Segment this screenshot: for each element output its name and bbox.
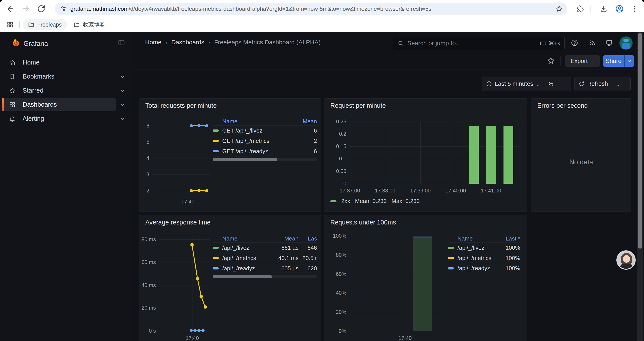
search-input[interactable]	[407, 40, 540, 47]
share-menu-button[interactable]	[624, 55, 634, 67]
reload-button[interactable]	[37, 5, 46, 13]
legend-series-name[interactable]: /api/_/readyz	[222, 265, 266, 272]
breadcrumb-dashboards[interactable]: Dashboards	[171, 39, 204, 46]
chevron-down-icon[interactable]	[120, 74, 125, 80]
scrollbar-thumb[interactable]	[212, 158, 277, 161]
scrollbar-thumb[interactable]	[212, 275, 272, 278]
help-icon[interactable]	[571, 39, 578, 47]
chevron-down-icon[interactable]	[120, 88, 125, 94]
extensions-button[interactable]	[576, 5, 584, 13]
legend-series-name[interactable]: 2xx	[341, 198, 350, 204]
export-button[interactable]: Export	[565, 55, 600, 67]
zoom-out-button[interactable]	[544, 77, 558, 91]
y-tick: 20%	[326, 309, 346, 315]
url-path: /d/deytv4rwavabkb/freeleaps-metrics-dash…	[129, 6, 432, 12]
legend-series-name[interactable]: /api/_/metrics	[458, 255, 496, 261]
legend-row[interactable]: /api/_/livez 100%	[448, 242, 520, 253]
sidebar-item-bookmarks[interactable]: Bookmarks	[0, 70, 131, 84]
legend-row[interactable]: /api/_/readyz 100%	[448, 263, 520, 273]
legend-header-last[interactable]: Las	[298, 235, 317, 242]
apps-grid-icon[interactable]	[6, 21, 14, 28]
panel-title[interactable]: Request per minute	[330, 102, 386, 109]
share-button[interactable]: Share	[603, 55, 624, 67]
news-rss-icon[interactable]	[589, 39, 596, 47]
legend-row[interactable]: /api/_/readyz 605 µs 620	[212, 263, 317, 273]
legend-series-name[interactable]: /api/_/livez	[458, 244, 496, 251]
refresh-button[interactable]: Refresh	[574, 77, 612, 91]
legend-row[interactable]: /api/_/livez 661 µs 646	[212, 242, 317, 253]
site-settings-icon[interactable]	[60, 6, 66, 12]
kiosk-monitor-icon[interactable]	[606, 39, 613, 47]
grafana-logo-icon[interactable]	[11, 38, 20, 48]
time-range-picker[interactable]: Last 5 minutes	[482, 77, 544, 91]
breadcrumb-current: Freeleaps Metrics Dashboard (ALPHA)	[214, 39, 321, 46]
legend-row[interactable]: GET /api/_/livez 6	[212, 125, 317, 136]
series-swatch-green	[448, 247, 454, 249]
bar-2xx	[486, 126, 496, 184]
legend-hscrollbar[interactable]	[212, 275, 317, 278]
sidebar-item-dashboards[interactable]: Dashboards	[0, 98, 131, 112]
breadcrumb-home[interactable]: Home	[145, 39, 162, 46]
sidebar-item-home[interactable]: Home	[0, 56, 131, 70]
active-item-accent	[2, 98, 4, 111]
person-circle-icon	[615, 5, 624, 13]
bookmark-star-button[interactable]	[556, 5, 563, 13]
legend-hscrollbar[interactable]	[212, 158, 317, 161]
legend-inline[interactable]: 2xx Mean: 0.233 Max: 0.233	[330, 198, 420, 204]
legend-series-name[interactable]: /api/_/metrics	[222, 255, 266, 261]
legend-series-name[interactable]: /api/_/readyz	[458, 265, 496, 272]
toolbar-divider-line	[131, 70, 644, 70]
bookmark-folder-blogs[interactable]: 收藏博客	[68, 19, 110, 30]
legend-header: Name Last *	[448, 235, 520, 242]
refresh-control: Refresh	[574, 77, 631, 91]
legend-series-name[interactable]: GET /api/_/readyz	[222, 148, 295, 155]
shortcut-label: ⌘+k	[549, 40, 560, 46]
user-avatar[interactable]	[620, 37, 632, 50]
x-tick: 17:39:00	[404, 187, 437, 194]
back-button[interactable]	[6, 5, 15, 13]
downloads-button[interactable]	[600, 5, 608, 13]
refresh-interval-button[interactable]	[612, 77, 624, 91]
chevron-down-icon[interactable]	[120, 102, 125, 108]
sidebar-toggle-icon[interactable]	[118, 39, 125, 46]
grafana-header: Home › Dashboards › Freeleaps Metrics Da…	[131, 32, 644, 53]
sidebar-item-starred[interactable]: Starred	[0, 84, 131, 98]
bookmark-folder-freeleaps[interactable]: Freeleaps	[23, 19, 67, 30]
browser-menu-button[interactable]	[631, 5, 639, 13]
y-tick: 0%	[326, 328, 346, 334]
legend-row[interactable]: /api/_/metrics 100%	[448, 253, 520, 263]
url-bar[interactable]: grafana.mathmast.com/d/deytv4rwavabkb/fr…	[54, 3, 567, 15]
legend-header-name[interactable]: Name	[222, 235, 266, 242]
legend-header-mean[interactable]: Mean	[295, 118, 317, 125]
reload-icon	[37, 5, 46, 13]
sidebar-item-alerting[interactable]: Alerting	[0, 112, 131, 126]
sidebar-item-label: Bookmarks	[22, 73, 54, 80]
screen: grafana.mathmast.com/d/deytv4rwavabkb/fr…	[0, 0, 644, 341]
legend-row[interactable]: GET /api/_/metrics 2	[212, 136, 317, 146]
bookmark-label: 收藏博客	[83, 21, 105, 28]
legend-series-name[interactable]: GET /api/_/metrics	[222, 138, 295, 144]
legend-header-name[interactable]: Name	[222, 118, 295, 125]
legend-row[interactable]: /api/_/metrics 40.1 ms 20.5 r	[212, 253, 317, 263]
page-scrollbar-thumb[interactable]	[638, 33, 642, 249]
legend-series-name[interactable]: /api/_/livez	[222, 244, 266, 251]
floating-assistant-avatar[interactable]	[616, 250, 636, 270]
search-bar[interactable]: ⌘+k	[393, 36, 565, 50]
chevron-down-icon[interactable]	[120, 116, 125, 122]
legend-row[interactable]: GET /api/_/readyz 6	[212, 146, 317, 156]
legend-series-name[interactable]: GET /api/_/livez	[222, 127, 295, 134]
legend-header-mean[interactable]: Mean	[266, 235, 298, 242]
profile-button[interactable]	[615, 5, 624, 13]
panel-title[interactable]: Errors per second	[537, 102, 588, 109]
legend-header-last[interactable]: Last *	[496, 235, 520, 242]
grafana-brand[interactable]: Grafana	[24, 40, 48, 48]
y-tick: 40%	[326, 290, 346, 296]
legend-last-value: 100%	[496, 265, 520, 272]
favorite-dashboard-star-icon[interactable]	[547, 57, 555, 65]
legend-header-name[interactable]: Name	[458, 235, 496, 242]
panel-total-requests-per-minute: Total requests per minute 6 5 4 3 2 17:4…	[139, 98, 321, 212]
forward-button[interactable]	[22, 5, 30, 13]
series-swatch-yellow	[212, 140, 219, 142]
panel-title[interactable]: Requests under 100ms	[330, 219, 396, 226]
download-icon	[600, 5, 608, 13]
